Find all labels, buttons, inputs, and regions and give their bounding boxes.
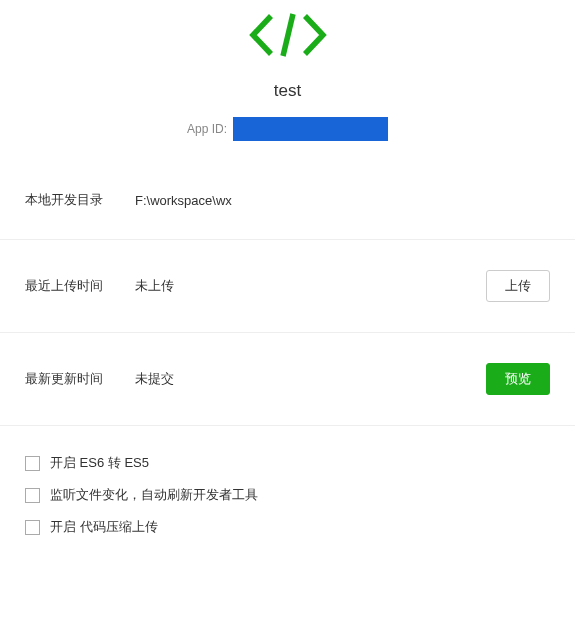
appid-value-masked — [233, 117, 388, 141]
checkbox-icon[interactable] — [25, 520, 40, 535]
option-watch[interactable]: 监听文件变化，自动刷新开发者工具 — [25, 486, 550, 504]
last-upload-section: 最近上传时间 未上传 上传 — [0, 240, 575, 333]
project-name: test — [0, 81, 575, 101]
last-upload-value: 未上传 — [135, 277, 486, 295]
last-update-value: 未提交 — [135, 370, 486, 388]
option-es6[interactable]: 开启 ES6 转 ES5 — [25, 454, 550, 472]
svg-line-0 — [283, 14, 293, 56]
dev-dir-label: 本地开发目录 — [25, 191, 135, 209]
options-group: 开启 ES6 转 ES5 监听文件变化，自动刷新开发者工具 开启 代码压缩上传 — [0, 426, 575, 570]
option-es6-label: 开启 ES6 转 ES5 — [50, 454, 149, 472]
last-upload-label: 最近上传时间 — [25, 277, 135, 295]
preview-button[interactable]: 预览 — [486, 363, 550, 395]
last-update-label: 最新更新时间 — [25, 370, 135, 388]
checkbox-icon[interactable] — [25, 456, 40, 471]
checkbox-icon[interactable] — [25, 488, 40, 503]
upload-button[interactable]: 上传 — [486, 270, 550, 302]
dev-dir-value: F:\workspace\wx — [135, 193, 550, 208]
dev-dir-section: 本地开发目录 F:\workspace\wx — [0, 161, 575, 240]
option-minify-label: 开启 代码压缩上传 — [50, 518, 158, 536]
option-watch-label: 监听文件变化，自动刷新开发者工具 — [50, 486, 258, 504]
last-update-section: 最新更新时间 未提交 预览 — [0, 333, 575, 426]
code-logo-icon — [247, 10, 329, 63]
appid-row: App ID: — [0, 117, 575, 141]
header: test App ID: — [0, 0, 575, 161]
appid-label: App ID: — [187, 122, 227, 136]
option-minify[interactable]: 开启 代码压缩上传 — [25, 518, 550, 536]
